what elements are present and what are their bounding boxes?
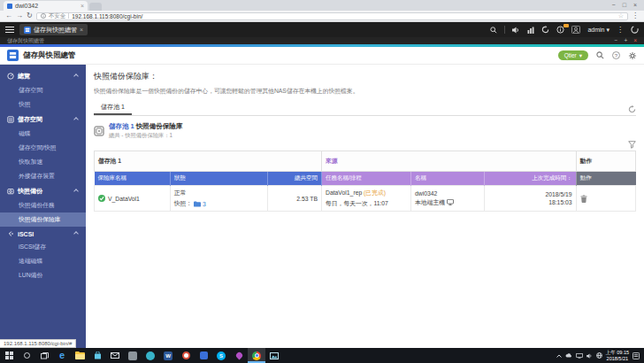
sidebar-section-iscsi[interactable]: iSCSI: [0, 227, 86, 240]
sidebar-item-external-storage[interactable]: 外接儲存裝置: [0, 169, 86, 183]
snapshot-backup-icon: [6, 188, 14, 195]
notifications-icon[interactable]: [556, 26, 564, 34]
browser-minimize-button[interactable]: −: [612, 2, 616, 8]
settings-gear-icon[interactable]: [628, 51, 637, 60]
address-bar[interactable]: 不安全 192.168.1.115:8080/cgi-bin/ ☆: [36, 12, 628, 20]
site-info-icon[interactable]: [41, 13, 46, 19]
tray-chevron-up-icon[interactable]: [556, 354, 562, 358]
main-menu-icon[interactable]: [5, 27, 14, 34]
qts-maximize-button[interactable]: +: [624, 38, 627, 44]
table-row[interactable]: V_DataVol1 正常 快照： 3 2.53 TB: [95, 186, 636, 212]
sidebar-item-remote-disk[interactable]: 遠端磁碟: [0, 254, 86, 268]
sidebar-item-snapshot[interactable]: 快照: [0, 97, 86, 112]
search-icon[interactable]: [490, 27, 497, 34]
tray-network-icon[interactable]: [596, 352, 602, 359]
pool-tab-bar: 儲存池 1: [94, 101, 636, 116]
user-menu[interactable]: admin ▾: [587, 27, 610, 34]
tab-storage-pool-1[interactable]: 儲存池 1: [94, 101, 132, 115]
bookmark-star-icon[interactable]: ☆: [618, 12, 624, 19]
taskbar-app-blue-icon[interactable]: [195, 348, 212, 363]
sidebar-section-overview[interactable]: 總覽: [0, 68, 86, 83]
system-tray: 上午 09:15 2018/5/21: [552, 350, 644, 362]
taskbar-app-teal-icon[interactable]: [142, 348, 159, 363]
col-source-name[interactable]: 名稱: [410, 172, 484, 186]
col-total-size[interactable]: 總共空間: [267, 172, 321, 186]
more-options-icon[interactable]: ⋮: [617, 27, 624, 34]
browser-close-button[interactable]: ×: [633, 2, 637, 8]
tray-display-icon[interactable]: [576, 353, 583, 359]
taskbar-skype-icon[interactable]: S: [212, 348, 230, 363]
vault-panel-subtitle: 總共 - 快照備份保險庫：1: [109, 132, 182, 140]
tray-volume-icon[interactable]: [586, 353, 593, 359]
sidebar-item-iscsi-storage[interactable]: iSCSI儲存: [0, 240, 86, 254]
resource-monitor-icon[interactable]: [527, 27, 534, 34]
task-state: (已完成): [364, 189, 386, 196]
sidebar-section-snapshot-backup[interactable]: 快照備份: [0, 183, 86, 198]
browser-maximize-button[interactable]: □: [623, 2, 626, 8]
help-icon[interactable]: ?: [612, 51, 620, 59]
back-button[interactable]: ←: [5, 12, 12, 19]
sidebar-item-snapshot-vault[interactable]: 快照備份保險庫: [0, 212, 86, 227]
taskbar-file-explorer-icon[interactable]: [71, 348, 88, 363]
section-label: 快照備份: [18, 187, 71, 196]
start-button[interactable]: [0, 348, 18, 363]
overview-icon: [6, 73, 14, 80]
taskbar-store-icon[interactable]: [88, 348, 106, 363]
background-tasks-icon[interactable]: [541, 26, 549, 34]
taskbar-word-icon[interactable]: W: [159, 348, 177, 363]
content-search-icon[interactable]: [596, 51, 604, 59]
browser-tab[interactable]: dwi0342 ×: [4, 1, 88, 11]
qts-app-tab[interactable]: 儲存與快照總管 ×: [19, 24, 88, 35]
new-tab-button[interactable]: [89, 3, 102, 11]
reload-button[interactable]: ↻: [27, 12, 33, 19]
snapshot-folder-icon[interactable]: [194, 201, 201, 207]
col-vault-name[interactable]: 保險庫名稱: [95, 172, 171, 186]
tab-close-icon[interactable]: ×: [80, 3, 84, 9]
chevron-up-icon[interactable]: [73, 189, 79, 194]
col-task-schedule[interactable]: 任務名稱/排程: [322, 172, 411, 186]
refresh-icon[interactable]: [628, 105, 636, 113]
forward-button[interactable]: →: [16, 12, 23, 19]
user-avatar-icon[interactable]: [571, 26, 580, 34]
tray-cloud-icon[interactable]: [565, 353, 572, 358]
volume-icon[interactable]: [512, 27, 520, 34]
divider: [504, 26, 505, 34]
sidebar-item-cache-acceleration[interactable]: 快取加速: [0, 155, 86, 169]
dashboard-icon[interactable]: [631, 26, 639, 34]
sidebar-item-storage-snapshot[interactable]: 儲存空間/快照: [0, 141, 86, 155]
chevron-up-icon[interactable]: [73, 231, 79, 236]
table-header-row: 保險庫名稱 狀態 總共空間 任務名稱/排程 名稱 上次完成時間： 動作: [95, 172, 636, 186]
taskbar-photos-icon[interactable]: [265, 348, 283, 363]
chevron-up-icon[interactable]: [73, 117, 79, 122]
browser-menu-icon[interactable]: ⋮: [632, 12, 639, 19]
taskbar-chrome-icon[interactable]: [248, 348, 265, 363]
sidebar-item-storage-space[interactable]: 儲存空間: [0, 83, 86, 97]
col-status[interactable]: 狀態: [170, 172, 267, 186]
qts-minimize-button[interactable]: −: [615, 38, 618, 44]
action-center-icon[interactable]: [632, 352, 640, 359]
snapshot-count-link[interactable]: 3: [203, 201, 206, 207]
qts-close-button[interactable]: ×: [633, 38, 637, 44]
qts-tab-close-icon[interactable]: ×: [80, 27, 83, 33]
browser-window-controls: − □ ×: [605, 2, 644, 11]
filter-funnel-icon[interactable]: [628, 141, 636, 149]
taskbar-search-icon[interactable]: [18, 348, 35, 363]
sidebar-item-lun-backup[interactable]: LUN備份: [0, 268, 86, 282]
taskbar-app-gray-icon[interactable]: [124, 348, 142, 363]
sidebar-item-disks[interactable]: 磁碟: [0, 127, 86, 141]
chevron-up-icon[interactable]: [73, 73, 79, 79]
taskbar-edge-icon[interactable]: e: [53, 348, 71, 363]
status-ok-icon: [98, 195, 105, 202]
col-last-completed[interactable]: 上次完成時間：: [484, 172, 576, 186]
taskbar-clock[interactable]: 上午 09:15 2018/5/21: [606, 350, 629, 362]
delete-trash-icon[interactable]: [580, 195, 587, 203]
taskbar-maps-pin-icon[interactable]: [230, 348, 248, 363]
taskbar-mail-icon[interactable]: [106, 348, 124, 363]
task-view-icon[interactable]: [35, 348, 53, 363]
qtier-button[interactable]: Qtier ▾: [558, 50, 588, 60]
sidebar-section-storage[interactable]: 儲存空間: [0, 112, 86, 127]
vault-name: V_DataVol1: [108, 196, 140, 202]
sidebar-item-snapshot-replica[interactable]: 快照備份任務: [0, 198, 86, 212]
taskbar-app-ring-icon[interactable]: [177, 348, 195, 363]
col-action[interactable]: 動作: [576, 172, 635, 186]
